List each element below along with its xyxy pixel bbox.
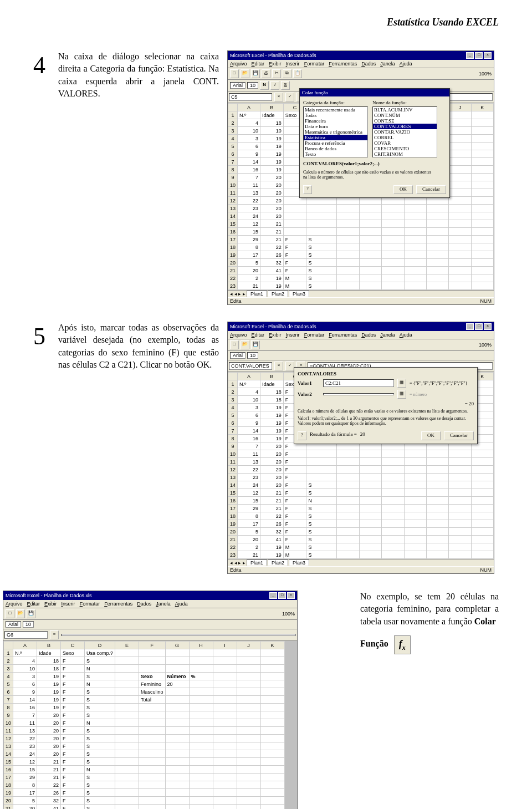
minimize-icon[interactable]: _: [269, 592, 277, 599]
cell[interactable]: 13: [238, 189, 260, 197]
cell[interactable]: [189, 742, 213, 750]
cell[interactable]: [471, 158, 493, 166]
row-header[interactable]: 15: [228, 489, 238, 497]
sheet-tab[interactable]: Plan2: [268, 291, 288, 297]
cell[interactable]: [260, 742, 284, 750]
cell[interactable]: [471, 497, 493, 505]
cell[interactable]: F: [283, 481, 306, 489]
cell[interactable]: [283, 220, 306, 228]
cell[interactable]: [337, 267, 359, 274]
menu-item[interactable]: Dados: [137, 601, 151, 607]
cell[interactable]: [213, 781, 237, 789]
menu-item[interactable]: Editar: [27, 601, 40, 607]
cell[interactable]: S: [306, 259, 337, 267]
cell[interactable]: 18: [37, 657, 61, 665]
cell[interactable]: [449, 111, 471, 119]
cell[interactable]: [115, 789, 139, 797]
cell[interactable]: 22: [238, 466, 260, 474]
cell[interactable]: [165, 758, 189, 766]
cell[interactable]: [139, 766, 166, 774]
sheet-tab[interactable]: Plan2: [268, 559, 288, 566]
save-icon[interactable]: 💾: [27, 609, 35, 618]
format-toolbar[interactable]: Arial 10: [3, 620, 297, 629]
cell[interactable]: [165, 665, 189, 673]
cell[interactable]: [283, 228, 306, 236]
cell[interactable]: [115, 750, 139, 758]
cell[interactable]: S: [306, 551, 337, 559]
cell[interactable]: [139, 727, 166, 735]
cell[interactable]: [213, 797, 237, 805]
category-option[interactable]: Todas: [304, 113, 367, 118]
cell[interactable]: [165, 649, 189, 657]
menu-item[interactable]: Dados: [361, 61, 376, 67]
cell[interactable]: [337, 543, 359, 551]
row-header[interactable]: 7: [228, 427, 238, 435]
cell[interactable]: [189, 688, 213, 696]
cell[interactable]: 17: [238, 520, 260, 528]
cell[interactable]: [359, 282, 381, 290]
cell[interactable]: 22: [13, 735, 37, 742]
cell[interactable]: 18: [260, 396, 283, 404]
cell[interactable]: [165, 711, 189, 719]
cell[interactable]: [213, 657, 237, 665]
paste-icon[interactable]: 📋: [293, 69, 302, 78]
cell[interactable]: [165, 719, 189, 727]
cell[interactable]: 20: [13, 805, 37, 810]
row-header[interactable]: 11: [228, 458, 238, 466]
cell[interactable]: 5: [238, 528, 260, 536]
underline-icon[interactable]: S: [281, 81, 290, 90]
column-header[interactable]: G: [165, 642, 189, 649]
cell[interactable]: [404, 543, 426, 551]
row-header[interactable]: 15: [4, 758, 13, 766]
cell[interactable]: [449, 551, 471, 559]
cell[interactable]: [337, 282, 359, 290]
cell[interactable]: [306, 220, 337, 228]
column-header[interactable]: K: [260, 642, 284, 649]
cell[interactable]: F: [61, 805, 85, 810]
cell[interactable]: 23: [238, 205, 260, 212]
cell[interactable]: [139, 742, 166, 750]
cell[interactable]: 8: [13, 781, 37, 789]
cell[interactable]: [359, 543, 381, 551]
cell[interactable]: [404, 474, 426, 481]
cell[interactable]: 41: [260, 267, 283, 274]
row-header[interactable]: 12: [228, 466, 238, 474]
category-option[interactable]: Banco de dados: [304, 146, 367, 151]
row-header[interactable]: 11: [4, 727, 13, 735]
row-header[interactable]: 11: [228, 189, 238, 197]
cell[interactable]: [260, 704, 284, 711]
cell[interactable]: 7: [238, 442, 260, 450]
cell[interactable]: [115, 704, 139, 711]
row-header[interactable]: 16: [4, 766, 13, 774]
cell[interactable]: 20: [260, 189, 283, 197]
name-box[interactable]: CONT.VALORES: [229, 362, 272, 370]
cell[interactable]: 4: [238, 119, 260, 127]
bold-icon[interactable]: N: [260, 81, 269, 90]
cell[interactable]: [337, 466, 359, 474]
cell[interactable]: [139, 665, 166, 673]
cell[interactable]: S: [85, 688, 115, 696]
cell[interactable]: 13: [13, 727, 37, 735]
cell[interactable]: [427, 220, 449, 228]
function-option[interactable]: CONT.SE: [373, 118, 437, 124]
cell[interactable]: N.º: [13, 649, 37, 657]
help-icon[interactable]: ?: [298, 431, 306, 440]
cell[interactable]: [213, 727, 237, 735]
cell[interactable]: [404, 450, 426, 458]
standard-toolbar[interactable]: □ 📂 💾 100%: [3, 608, 297, 620]
cell[interactable]: [449, 474, 471, 481]
cell[interactable]: [237, 673, 260, 680]
cell[interactable]: [260, 750, 284, 758]
cell[interactable]: [213, 758, 237, 766]
cell[interactable]: 12: [238, 220, 260, 228]
cell[interactable]: 16: [13, 704, 37, 711]
cell[interactable]: [449, 274, 471, 282]
menu-item[interactable]: Janela: [156, 601, 171, 607]
menu-item[interactable]: Arquivo: [230, 61, 247, 67]
cell[interactable]: [260, 797, 284, 805]
cell[interactable]: [471, 512, 493, 520]
cell[interactable]: [337, 481, 359, 489]
cell[interactable]: [213, 742, 237, 750]
cell[interactable]: F: [283, 489, 306, 497]
cell[interactable]: [382, 205, 404, 212]
